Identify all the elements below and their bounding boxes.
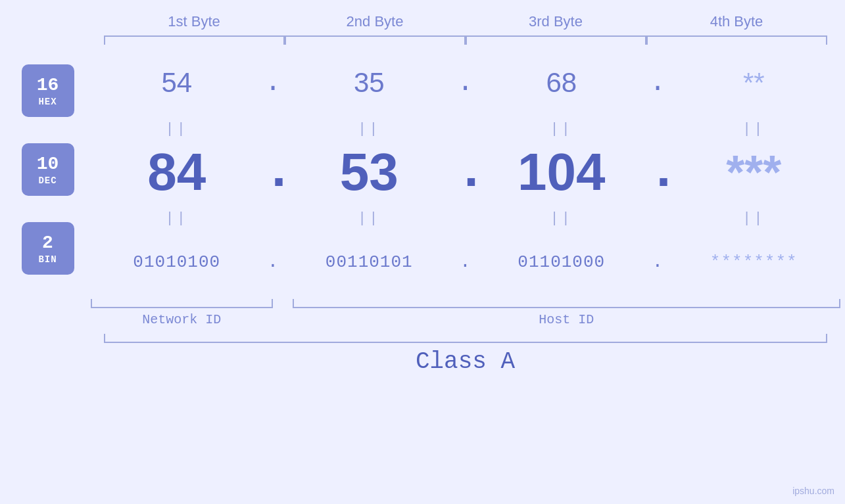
hex-b3-cell: 68 — [475, 67, 648, 99]
bin-number: 2 — [42, 232, 53, 254]
bin-b4-value: ******** — [710, 252, 798, 272]
eq2-b3: || — [475, 210, 648, 227]
eq2-b1: || — [91, 210, 264, 227]
network-id-label: Network ID — [142, 312, 221, 327]
hex-row: 54 . 35 . 68 . ** — [91, 45, 840, 117]
bin-b1-value: 01010100 — [133, 252, 220, 272]
bin-name: BIN — [38, 254, 57, 265]
eq1-b1: || — [91, 121, 264, 137]
bracket-top-b1 — [104, 35, 285, 45]
dec-b3-value: 104 — [518, 142, 605, 202]
class-row: Class A — [104, 334, 827, 375]
dec-dot-3: . — [648, 146, 667, 198]
eq1-b2: || — [283, 121, 456, 137]
dec-b1-value: 84 — [147, 142, 206, 202]
hex-b3-value: 68 — [546, 67, 577, 99]
network-id-section: Network ID — [91, 299, 274, 327]
class-bar — [104, 334, 827, 343]
dec-name: DEC — [38, 175, 57, 186]
dec-badge: 10 DEC — [22, 143, 74, 196]
dec-b1-cell: 84 — [91, 142, 264, 202]
bin-dot-3: . — [648, 252, 667, 272]
dec-b4-value: *** — [726, 145, 781, 199]
hex-b2-value: 35 — [354, 67, 385, 99]
byte4-label: 4th Byte — [646, 13, 827, 35]
hex-number: 16 — [37, 74, 59, 97]
host-id-label: Host ID — [539, 312, 594, 327]
hex-b4-cell: ** — [667, 67, 840, 99]
hex-dot-2: . — [456, 67, 475, 99]
hex-b1-value: 54 — [161, 67, 192, 99]
eq2-b2: || — [283, 210, 456, 227]
bin-dot-2: . — [456, 252, 475, 272]
eq1-b3: || — [475, 121, 648, 137]
byte1-label: 1st Byte — [104, 13, 285, 35]
left-labels: 16 HEX 10 DEC 2 BIN — [5, 45, 91, 327]
dec-b2-cell: 53 — [283, 142, 456, 202]
equals-row-2: || || || || — [91, 207, 840, 231]
bin-b2-cell: 00110101 — [283, 252, 456, 272]
bin-b3-value: 01101000 — [518, 252, 605, 272]
main-content: 16 HEX 10 DEC 2 BIN 54 . 35 — [5, 45, 840, 327]
equals-row-1: || || || || — [91, 117, 840, 141]
bracket-top-b3 — [466, 35, 646, 45]
bottom-bracket-row: Network ID Host ID — [91, 299, 840, 327]
dec-b4-cell: *** — [667, 145, 840, 199]
eq2-b4: || — [667, 210, 840, 227]
data-columns: 54 . 35 . 68 . ** || || — [91, 45, 840, 327]
byte3-label: 3rd Byte — [466, 13, 646, 35]
dec-dot-1: . — [263, 146, 283, 198]
hex-name: HEX — [38, 97, 57, 107]
dec-b3-cell: 104 — [475, 142, 648, 202]
class-label: Class A — [416, 348, 515, 375]
dec-dot-2: . — [456, 146, 475, 198]
dec-row: 84 . 53 . 104 . *** — [91, 141, 840, 206]
host-id-section: Host ID — [293, 299, 840, 327]
hex-b4-value: ** — [743, 67, 765, 99]
hex-b2-cell: 35 — [283, 67, 456, 99]
bin-badge: 2 BIN — [22, 222, 74, 275]
eq1-b4: || — [667, 121, 840, 137]
byte2-label: 2nd Byte — [285, 13, 466, 35]
bin-b2-value: 00110101 — [326, 252, 413, 272]
hex-dot-3: . — [648, 67, 667, 99]
dec-b2-value: 53 — [340, 142, 398, 202]
bin-b4-cell: ******** — [667, 252, 840, 272]
bin-b3-cell: 01101000 — [475, 252, 648, 272]
page-container: 1st Byte 2nd Byte 3rd Byte 4th Byte 16 H… — [0, 0, 845, 504]
network-bracket-line — [91, 299, 274, 308]
hex-dot-1: . — [263, 67, 283, 99]
hex-b1-cell: 54 — [91, 67, 264, 99]
dec-number: 10 — [37, 153, 59, 175]
watermark: ipshu.com — [792, 486, 834, 496]
bin-b1-cell: 01010100 — [91, 252, 264, 272]
bracket-top-b4 — [646, 35, 827, 45]
bracket-top-b2 — [285, 35, 466, 45]
hex-badge: 16 HEX — [22, 64, 74, 117]
bin-dot-1: . — [263, 252, 283, 272]
bin-row: 01010100 . 00110101 . 01101000 . *******… — [91, 231, 840, 298]
host-bracket-line — [293, 299, 840, 308]
